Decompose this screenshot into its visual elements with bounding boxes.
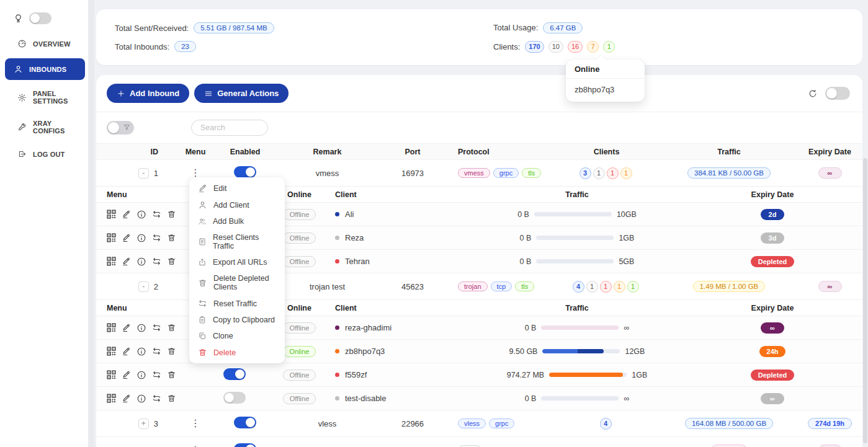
delete-client-icon[interactable] <box>167 323 176 332</box>
general-actions-label: General Actions <box>217 89 279 98</box>
refresh-icon[interactable] <box>808 89 818 99</box>
reset-client-traffic-icon[interactable] <box>152 323 161 332</box>
scrollbar-thumb[interactable] <box>863 158 867 443</box>
client-name-cell: Reza <box>326 233 468 242</box>
column-header: Traffic <box>658 148 800 156</box>
inbound-enabled-toggle[interactable] <box>234 443 256 447</box>
client-info-icon[interactable] <box>136 233 146 243</box>
menu-item-clone[interactable]: Clone <box>189 328 285 344</box>
delete-client-icon[interactable] <box>167 233 176 242</box>
traffic-badge: 164.08 MB / 500.00 GB <box>685 418 773 429</box>
reset-client-traffic-icon[interactable] <box>152 370 161 379</box>
traffic-used: 9.50 GB <box>509 347 538 356</box>
delete-client-icon[interactable] <box>167 257 176 266</box>
expiry-badge: 3d <box>761 232 784 244</box>
inbound-menu-cell: ⋮ <box>177 444 214 447</box>
edit-client-icon[interactable] <box>122 233 131 242</box>
add-inbound-button[interactable]: Add Inbound <box>107 84 189 103</box>
inbound-protocols: vlessgrpc <box>447 418 555 428</box>
edit-client-icon[interactable] <box>122 394 131 403</box>
reset-client-traffic-icon[interactable] <box>152 233 161 242</box>
inbound-enabled-toggle[interactable] <box>234 166 256 178</box>
inbound-expiry-cell: ∞ <box>800 167 859 179</box>
traffic-badge: 384.81 KB / 50.00 GB <box>687 167 771 179</box>
client-column-header: Expiry Date <box>686 190 859 199</box>
general-actions-button[interactable]: General Actions <box>194 84 289 103</box>
delete-client-icon[interactable] <box>167 210 176 219</box>
client-count-badge-orange[interactable]: 7 <box>587 41 599 53</box>
online-status-badge: Online <box>283 346 316 357</box>
client-count-badge-green[interactable]: 1 <box>603 41 615 53</box>
client-name: Ali <box>345 210 354 219</box>
menu-item-export-all-urls[interactable]: Export All URLs <box>189 254 285 270</box>
client-enabled-toggle[interactable] <box>223 392 246 404</box>
qr-code-icon[interactable] <box>107 323 116 332</box>
sidebar-item-panel-settings[interactable]: PANEL SETTINGS <box>4 85 84 110</box>
qr-code-icon[interactable] <box>107 257 116 266</box>
client-info-icon[interactable] <box>136 210 146 219</box>
menu-item-add-bulk[interactable]: Add Bulk <box>189 213 285 229</box>
delete-client-icon[interactable] <box>167 347 176 356</box>
client-menu-cell <box>96 347 195 356</box>
theme-toggle[interactable] <box>29 12 51 24</box>
sidebar-item-xray-configs[interactable]: XRAY CONFIGS <box>4 115 84 139</box>
client-count-badge-gray[interactable]: 10 <box>548 41 563 53</box>
qr-code-icon[interactable] <box>107 233 116 242</box>
qr-code-icon[interactable] <box>107 370 116 379</box>
client-info-icon[interactable] <box>136 394 146 404</box>
total-usage-label: Total Usage: <box>493 23 538 32</box>
reset-client-traffic-icon[interactable] <box>152 394 161 403</box>
delete-client-icon[interactable] <box>167 370 176 379</box>
auto-refresh-toggle[interactable] <box>825 87 850 100</box>
client-info-icon[interactable] <box>136 370 146 380</box>
inbound-enabled-toggle[interactable] <box>234 417 256 428</box>
edit-client-icon[interactable] <box>122 370 131 379</box>
online-status-badge: Offline <box>283 322 316 334</box>
online-status-badge: Offline <box>283 393 316 404</box>
client-name-cell: reza-ghadimi <box>326 323 468 332</box>
sidebar-item-log-out[interactable]: LOG OUT <box>4 144 84 164</box>
more-actions-icon[interactable]: ⋮ <box>187 417 204 430</box>
edit-client-icon[interactable] <box>122 257 131 266</box>
delete-client-icon[interactable] <box>167 394 176 403</box>
menu-item-delete-depleted-clients[interactable]: Delete Depleted Clients <box>189 270 285 295</box>
expand-collapse-button[interactable]: + <box>138 418 149 429</box>
menu-item-delete[interactable]: Delete <box>189 344 285 361</box>
client-count-badge: 1 <box>586 281 598 293</box>
client-info-icon[interactable] <box>136 257 146 267</box>
reset-client-traffic-icon[interactable] <box>152 257 161 266</box>
menu-item-label: Clone <box>213 332 233 340</box>
lightbulb-icon <box>14 14 23 23</box>
client-menu-cell <box>96 233 195 243</box>
client-info-icon[interactable] <box>136 347 146 356</box>
more-actions-icon[interactable]: ⋮ <box>187 444 204 447</box>
search-input[interactable] <box>191 120 268 136</box>
filter-toggle[interactable] <box>107 121 134 135</box>
qr-code-icon[interactable] <box>107 347 116 356</box>
client-count-badge-blue[interactable]: 170 <box>525 41 544 53</box>
expand-collapse-button[interactable]: - <box>138 281 149 292</box>
edit-client-icon[interactable] <box>122 323 131 332</box>
protocol-tag: tls <box>515 281 534 291</box>
menu-item-reset-clients-traffic[interactable]: Reset Clients Traffic <box>189 229 285 254</box>
reset-client-traffic-icon[interactable] <box>152 347 161 356</box>
menu-item-copy-to-clipboard[interactable]: Copy to Clipboard <box>189 312 285 328</box>
client-count-badge-red[interactable]: 16 <box>568 41 583 53</box>
menu-item-edit[interactable]: Edit <box>189 180 285 197</box>
menu-item-reset-traffic[interactable]: Reset Traffic <box>189 295 285 312</box>
toggle-knob <box>246 418 255 427</box>
edit-client-icon[interactable] <box>122 347 131 356</box>
edit-client-icon[interactable] <box>122 210 131 219</box>
expand-collapse-button[interactable]: - <box>138 168 149 179</box>
sidebar-item-inbounds[interactable]: INBOUNDS <box>5 58 85 80</box>
client-count-badge: 4 <box>573 281 584 293</box>
column-header: Expiry Date <box>800 148 859 156</box>
qr-code-icon[interactable] <box>107 210 116 219</box>
qr-code-icon[interactable] <box>107 394 116 403</box>
client-info-icon[interactable] <box>136 323 146 333</box>
menu-item-add-client[interactable]: Add Client <box>189 197 285 213</box>
reset-client-traffic-icon[interactable] <box>152 210 161 219</box>
client-enabled-toggle[interactable] <box>223 368 246 380</box>
inbound-port: 45623 <box>378 282 447 291</box>
sidebar-item-overview[interactable]: OVERVIEW <box>4 34 84 53</box>
